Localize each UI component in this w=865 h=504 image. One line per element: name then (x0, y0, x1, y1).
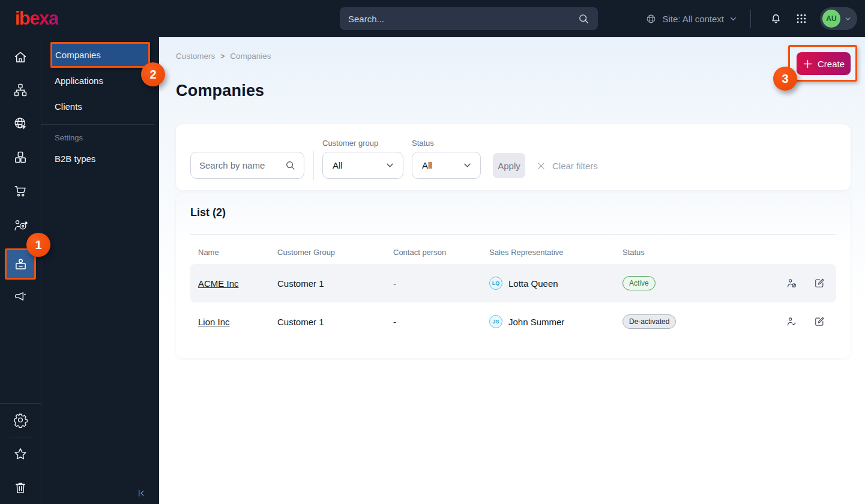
sidebar-item-b2b-types[interactable]: B2B types (41, 148, 160, 169)
sidebar-item-label: Applications (55, 76, 103, 86)
customers-active-highlight (5, 248, 36, 280)
shopping-cart-icon (13, 183, 28, 199)
customer-badge-icon (13, 256, 29, 272)
rail-item-commerce[interactable] (0, 176, 41, 206)
list-heading: List (2) (190, 206, 226, 219)
col-header-customer-group: Customer Group (277, 248, 393, 257)
rail-item-admin[interactable] (0, 405, 41, 435)
rail-item-product-catalog[interactable] (0, 142, 41, 172)
status-cell: Active (622, 276, 759, 290)
sidebar-item-label: Clients (55, 101, 82, 112)
create-button[interactable]: Create (797, 52, 851, 75)
chevron-down-icon (729, 15, 737, 23)
sidebar-section-settings: Settings (55, 133, 83, 142)
col-header-name: Name (198, 248, 277, 257)
sidebar-collapse-button[interactable] (135, 487, 147, 499)
main-content: Customers > Companies Create Companies C… (159, 37, 865, 504)
breadcrumb-customers[interactable]: Customers (176, 52, 215, 61)
customer-group-cell: Customer 1 (277, 278, 393, 289)
ibexa-logo: ibexa (15, 8, 58, 29)
col-header-sales-representative: Sales Representative (489, 248, 622, 257)
sales-representative-cell: LQ Lotta Queen (489, 277, 622, 290)
close-icon (536, 161, 546, 171)
clear-filters-label: Clear filters (552, 161, 598, 171)
customer-group-value: All (333, 160, 343, 170)
status-select[interactable]: All (412, 152, 481, 179)
clear-filters-button[interactable]: Clear filters (536, 153, 598, 178)
globe-cursor-icon (13, 116, 28, 131)
avatar: JS (489, 315, 502, 328)
activate-user-button[interactable] (786, 316, 798, 328)
row-actions (759, 277, 825, 289)
list-divider (190, 234, 836, 235)
col-header-contact-person: Contact person (393, 248, 489, 257)
deactivate-user-button[interactable] (786, 277, 798, 289)
notifications-bell-icon[interactable] (770, 13, 782, 25)
main-icon-rail (0, 37, 41, 504)
contact-person-cell: - (393, 278, 489, 289)
chevron-down-icon (845, 16, 851, 22)
sidebar-item-label: Companies (55, 50, 101, 60)
company-name-link[interactable]: Lion Inc (198, 317, 277, 327)
rail-item-content-structure[interactable] (0, 75, 41, 105)
rail-divider (0, 403, 41, 404)
status-label: Status (412, 139, 434, 148)
trash-icon (13, 480, 28, 496)
status-value: All (422, 160, 432, 170)
search-by-name-field[interactable] (190, 152, 304, 179)
sidebar-item-label: B2B types (55, 154, 95, 164)
rail-item-trash[interactable] (0, 473, 41, 503)
person-target-icon (13, 217, 28, 233)
avatar: LQ (489, 277, 502, 290)
rail-item-bookmarks[interactable] (0, 439, 41, 469)
gear-icon (13, 412, 28, 428)
rail-item-customer-experience[interactable] (0, 210, 41, 240)
col-header-status: Status (622, 248, 759, 257)
user-menu[interactable]: AU (820, 7, 857, 30)
apply-button[interactable]: Apply (493, 153, 525, 178)
breadcrumb: Customers > Companies (176, 52, 271, 61)
table-header-row: Name Customer Group Contact person Sales… (190, 244, 836, 260)
edit-button[interactable] (813, 277, 825, 289)
status-badge: De-activated (622, 314, 676, 329)
create-button-label: Create (818, 59, 845, 69)
edit-button[interactable] (813, 316, 825, 328)
table-row: Lion Inc Customer 1 - JS John Summer De-… (190, 302, 836, 341)
avatar: AU (822, 10, 840, 28)
rail-divider-short (9, 437, 32, 437)
topbar-divider (750, 10, 751, 28)
sidebar-item-clients[interactable]: Clients (41, 95, 160, 117)
chevron-down-icon (463, 161, 472, 170)
sidebar-item-companies[interactable]: Companies (50, 42, 150, 68)
global-search[interactable] (340, 7, 598, 30)
contact-person-cell: - (393, 317, 489, 327)
rail-item-marketing[interactable] (0, 282, 41, 312)
filters-card: Customer group All Status All Apply Clea… (176, 124, 851, 190)
status-badge: Active (622, 276, 656, 290)
sidebar-item-applications[interactable]: Applications (41, 70, 160, 91)
search-icon (285, 160, 296, 171)
status-cell: De-activated (622, 314, 759, 329)
sidebar-divider (41, 124, 154, 125)
top-bar: ibexa Site: All context (0, 0, 865, 37)
customers-submenu: Companies Applications Clients Settings … (41, 37, 159, 504)
search-by-name-input[interactable] (191, 160, 285, 170)
global-search-input[interactable] (340, 14, 578, 24)
customer-group-select[interactable]: All (322, 152, 403, 179)
company-name-link[interactable]: ACME Inc (198, 278, 277, 289)
megaphone-icon (13, 289, 28, 305)
companies-list-card: List (2) Name Customer Group Contact per… (176, 193, 851, 358)
rail-item-customers[interactable] (0, 247, 41, 281)
app-grid-icon[interactable] (795, 13, 807, 25)
topbar-right-cluster: Site: All context AU (645, 0, 857, 37)
boxes-icon (13, 149, 28, 165)
rail-item-site-management[interactable] (0, 109, 41, 139)
site-context-selector[interactable]: Site: All context (645, 13, 737, 25)
sitemap-icon (13, 82, 28, 98)
globe-icon (645, 13, 657, 25)
customer-group-cell: Customer 1 (277, 317, 393, 327)
rail-item-dashboard[interactable] (0, 42, 41, 72)
plus-icon (803, 59, 813, 69)
home-icon (13, 49, 28, 65)
star-icon (13, 446, 28, 462)
